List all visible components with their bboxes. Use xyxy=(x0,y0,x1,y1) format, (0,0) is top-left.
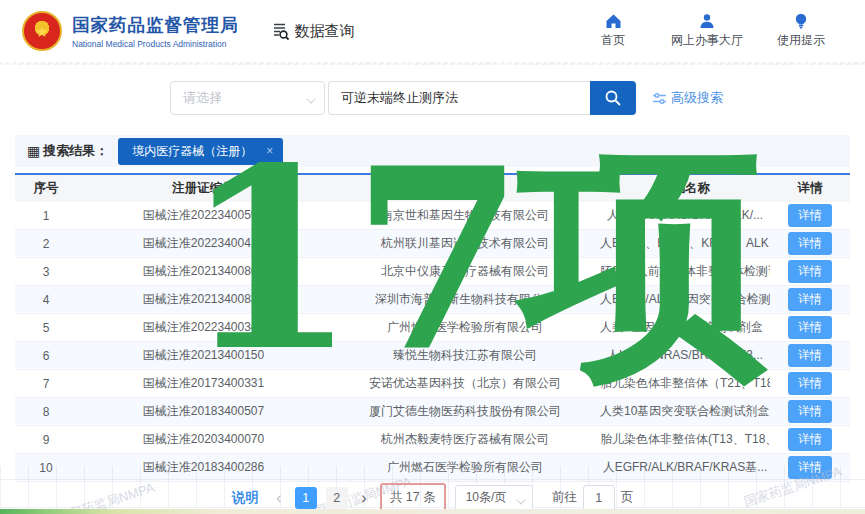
detail-button[interactable]: 详情 xyxy=(788,428,832,451)
detail-button[interactable]: 详情 xyxy=(788,232,832,255)
cell-no: 2 xyxy=(15,237,77,251)
table-row: 9 国械注准20203400070 杭州杰毅麦特医疗器械有限公司 胎儿染色体非整… xyxy=(15,426,850,454)
filter-tag-label: 境内医疗器械（注册） xyxy=(132,143,252,160)
document-search-icon xyxy=(271,22,290,41)
goto-page-input[interactable] xyxy=(583,485,615,511)
col-header-detail: 详情 xyxy=(770,180,850,197)
cell-no: 1 xyxy=(15,209,77,223)
prev-page-arrow[interactable]: ‹ xyxy=(272,488,286,508)
table-row: 6 国械注准20213400150 臻悦生物科技江苏有限公司 人KRAS/NRA… xyxy=(15,342,850,370)
table-row: 7 国械注准20173400331 安诺优达基因科技（北京）有限公司 胎儿染色体… xyxy=(15,370,850,398)
search-input[interactable] xyxy=(328,81,590,115)
results-label: 搜索结果： xyxy=(43,142,108,160)
cell-product: 人EGFR/ALK 基因突变联合检测试... xyxy=(600,291,770,308)
bulb-icon xyxy=(794,13,808,29)
col-header-cert: 注册证编号 xyxy=(77,180,330,197)
cell-registrant: 北京中仪康卫医疗器械有限公司 xyxy=(330,263,600,280)
table-row: 8 国械注准20183400507 厦门艾德生物医药科技股份有限公司 人类10基… xyxy=(15,398,850,426)
cell-no: 7 xyxy=(15,377,77,391)
cell-no: 9 xyxy=(15,433,77,447)
cell-product: 胎儿染色体非整倍体(T13、T18、T2... xyxy=(600,431,770,448)
category-select[interactable]: 请选择 xyxy=(170,81,325,115)
filter-tag-domestic-device[interactable]: 境内医疗器械（注册） × xyxy=(118,138,283,165)
grid-icon: ▦ xyxy=(27,143,40,159)
cell-product: 胎儿染色体非整倍体（T21、T18、T1... xyxy=(600,375,770,392)
header: ★ 国家药品监督管理局 National Medical Products Ad… xyxy=(0,0,865,62)
cell-no: 8 xyxy=(15,405,77,419)
nav-usage-tips[interactable]: 使用提示 xyxy=(777,13,825,49)
nav-service-hall[interactable]: 网上办事大厅 xyxy=(671,13,743,49)
col-header-product: 产品名称 xyxy=(600,180,770,197)
cell-no: 6 xyxy=(15,349,77,363)
cell-registrant: 广州燃石医学检验所有限公司 xyxy=(330,319,600,336)
detail-button[interactable]: 详情 xyxy=(788,288,832,311)
cell-cert: 国械注准20183400507 xyxy=(77,403,330,420)
advanced-search-label: 高级搜索 xyxy=(671,89,723,107)
search-bar: 请选择 高级搜索 xyxy=(170,81,865,115)
next-page-arrow[interactable]: › xyxy=(357,488,371,508)
nav-home-label: 首页 xyxy=(601,32,625,49)
top-nav: 首页 网上办事大厅 使用提示 xyxy=(589,13,825,49)
cell-product: 人KRAS/NRAS/BRAF/PIK3... xyxy=(600,347,770,364)
col-header-registrant: 注册人名称 xyxy=(330,180,600,197)
goto-page: 前往 页 xyxy=(552,485,634,511)
table-row: 2 国械注准20223400412 杭州联川基因诊断技术有限公司 人EGFR、B… xyxy=(15,230,850,258)
pagination: 说明 ‹ 1 2 › 共 17 条 10条/页 前往 页 xyxy=(0,483,865,512)
filter-sliders-icon xyxy=(652,92,667,105)
cell-registrant: 杭州杰毅麦特医疗器械有限公司 xyxy=(330,431,600,448)
cell-no: 5 xyxy=(15,321,77,335)
cell-cert: 国械注准20213400860 xyxy=(77,263,330,280)
goto-suffix: 页 xyxy=(621,489,634,506)
cell-cert: 国械注准20203400070 xyxy=(77,431,330,448)
search-button[interactable] xyxy=(590,81,636,115)
page-size-select[interactable]: 10条/页 xyxy=(455,485,533,511)
page-button-2[interactable]: 2 xyxy=(326,487,348,509)
cell-product: 人类10基因突变联合检测试剂盒（可逆末端... xyxy=(600,403,770,420)
menu-data-query[interactable]: 数据查询 xyxy=(271,22,355,41)
detail-button[interactable]: 详情 xyxy=(788,344,832,367)
cell-no: 4 xyxy=(15,293,77,307)
menu-data-query-label: 数据查询 xyxy=(295,22,355,41)
nmpa-emblem-logo: ★ xyxy=(22,11,62,51)
cell-product: 人EGFR、BRAF、KRAS、ALK、... xyxy=(600,235,770,252)
cell-product: 胚胎植入前染色体非整倍体检测试剂盒（可逆... xyxy=(600,263,770,280)
table-body: 1 国械注准20223400590 南京世和基因生物科技有限公司 人EGFR/K… xyxy=(15,202,850,482)
cell-cert: 国械注准20213400830 xyxy=(77,291,330,308)
page-button-1[interactable]: 1 xyxy=(295,487,317,509)
chevron-down-icon xyxy=(517,496,525,504)
category-select-placeholder: 请选择 xyxy=(183,89,222,107)
table-row: 3 国械注准20213400860 北京中仪康卫医疗器械有限公司 胚胎植入前染色… xyxy=(15,258,850,286)
cell-product: 人EGFR/KRAS/BRAF/ALK/... xyxy=(600,207,770,224)
advanced-search-link[interactable]: 高级搜索 xyxy=(652,89,723,107)
cell-registrant: 厦门艾德生物医药科技股份有限公司 xyxy=(330,403,600,420)
bottom-gradient-strip xyxy=(0,509,865,514)
detail-button[interactable]: 详情 xyxy=(788,260,832,283)
cell-registrant: 安诺优达基因科技（北京）有限公司 xyxy=(330,375,600,392)
detail-button[interactable]: 详情 xyxy=(788,316,832,339)
header-divider xyxy=(0,62,865,65)
table-row: 1 国械注准20223400590 南京世和基因生物科技有限公司 人EGFR/K… xyxy=(15,202,850,230)
brand-title: 国家药品监督管理局 National Medical Products Admi… xyxy=(72,13,239,49)
tag-close-icon[interactable]: × xyxy=(266,144,273,158)
cell-no: 3 xyxy=(15,265,77,279)
note-link[interactable]: 说明 xyxy=(232,489,259,507)
site-title-cn: 国家药品监督管理局 xyxy=(72,13,239,37)
cell-registrant: 杭州联川基因诊断技术有限公司 xyxy=(330,235,600,252)
chevron-down-icon xyxy=(307,95,315,103)
detail-button[interactable]: 详情 xyxy=(788,400,832,423)
cell-registrant: 南京世和基因生物科技有限公司 xyxy=(330,207,600,224)
results-table: 序号 注册证编号 注册人名称 产品名称 详情 1 国械注准20223400590… xyxy=(15,173,850,482)
nav-service-hall-label: 网上办事大厅 xyxy=(671,32,743,49)
detail-button[interactable]: 详情 xyxy=(788,372,832,395)
cell-cert: 国械注准20173400331 xyxy=(77,375,330,392)
cell-cert: 国械注准20223400590 xyxy=(77,207,330,224)
goto-prefix: 前往 xyxy=(552,489,577,506)
cell-cert: 国械注准20213400150 xyxy=(77,347,330,364)
nav-home[interactable]: 首页 xyxy=(589,13,637,49)
table-row: 4 国械注准20213400830 深圳市海普洛斯生物科技有限公司 人EGFR/… xyxy=(15,286,850,314)
cell-cert: 国械注准20223400412 xyxy=(77,235,330,252)
col-header-no: 序号 xyxy=(15,180,77,197)
search-icon xyxy=(604,89,622,107)
cell-cert: 国械注准20223400340 xyxy=(77,319,330,336)
detail-button[interactable]: 详情 xyxy=(788,204,832,227)
